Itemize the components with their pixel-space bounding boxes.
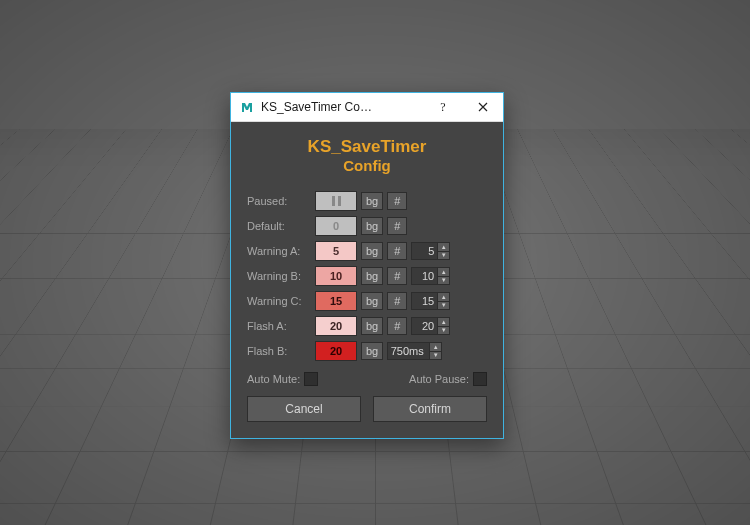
help-button[interactable]: ?: [423, 93, 463, 121]
row-warnA: Warning A:5bg#5▲▼: [247, 240, 487, 262]
heading: KS_SaveTimer Config: [247, 136, 487, 176]
row-flashB: Flash B:20bg750ms▲▼: [247, 340, 487, 362]
row-label: Warning A:: [247, 245, 311, 257]
spinner-down-icon[interactable]: ▼: [437, 302, 450, 311]
spinner-value[interactable]: 20: [411, 317, 437, 335]
row-label: Flash B:: [247, 345, 311, 357]
spinner-up-icon[interactable]: ▲: [429, 342, 442, 352]
row-label: Default:: [247, 220, 311, 232]
bg-button[interactable]: bg: [361, 267, 383, 285]
bg-button[interactable]: bg: [361, 192, 383, 210]
close-button[interactable]: [463, 93, 503, 121]
spinner-down-icon[interactable]: ▼: [437, 327, 450, 336]
footer-options: Auto Mute: Auto Pause:: [247, 372, 487, 386]
spinner-down-icon[interactable]: ▼: [437, 252, 450, 261]
spinner-value[interactable]: 5: [411, 242, 437, 260]
dialog-body: KS_SaveTimer Config Paused:bg#Default:0b…: [231, 122, 503, 438]
hash-button[interactable]: #: [387, 242, 407, 260]
auto-pause-label: Auto Pause:: [409, 373, 469, 385]
confirm-button[interactable]: Confirm: [373, 396, 487, 422]
hash-button[interactable]: #: [387, 317, 407, 335]
row-label: Warning B:: [247, 270, 311, 282]
config-dialog: KS_SaveTimer Co… ? KS_SaveTimer Config P…: [230, 92, 504, 439]
pause-icon: [332, 196, 341, 206]
bg-button[interactable]: bg: [361, 342, 383, 360]
maya-icon: [239, 99, 255, 115]
spinner-up-icon[interactable]: ▲: [437, 267, 450, 277]
bg-button[interactable]: bg: [361, 292, 383, 310]
svg-text:?: ?: [440, 100, 445, 114]
bg-button[interactable]: bg: [361, 317, 383, 335]
color-swatch[interactable]: [315, 191, 357, 211]
interval-spinner[interactable]: 750ms▲▼: [387, 342, 442, 360]
minutes-spinner[interactable]: 20▲▼: [411, 317, 450, 335]
minutes-spinner[interactable]: 15▲▼: [411, 292, 450, 310]
spinner-up-icon[interactable]: ▲: [437, 242, 450, 252]
spinner-up-icon[interactable]: ▲: [437, 317, 450, 327]
auto-pause-checkbox[interactable]: [473, 372, 487, 386]
titlebar[interactable]: KS_SaveTimer Co… ?: [231, 93, 503, 122]
heading-title: KS_SaveTimer: [247, 136, 487, 157]
auto-mute-label: Auto Mute:: [247, 373, 300, 385]
hash-button[interactable]: #: [387, 292, 407, 310]
color-swatch[interactable]: 10: [315, 266, 357, 286]
hash-button[interactable]: #: [387, 267, 407, 285]
row-label: Paused:: [247, 195, 311, 207]
row-flashA: Flash A:20bg#20▲▼: [247, 315, 487, 337]
row-paused: Paused:bg#: [247, 190, 487, 212]
spinner-value[interactable]: 15: [411, 292, 437, 310]
color-swatch[interactable]: 20: [315, 316, 357, 336]
heading-subtitle: Config: [247, 157, 487, 176]
minutes-spinner[interactable]: 10▲▼: [411, 267, 450, 285]
hash-button[interactable]: #: [387, 192, 407, 210]
spinner-down-icon[interactable]: ▼: [429, 352, 442, 361]
row-warnC: Warning C:15bg#15▲▼: [247, 290, 487, 312]
spinner-up-icon[interactable]: ▲: [437, 292, 450, 302]
spinner-down-icon[interactable]: ▼: [437, 277, 450, 286]
color-swatch[interactable]: 5: [315, 241, 357, 261]
button-row: Cancel Confirm: [247, 396, 487, 422]
minutes-spinner[interactable]: 5▲▼: [411, 242, 450, 260]
spinner-value[interactable]: 10: [411, 267, 437, 285]
auto-mute-checkbox[interactable]: [304, 372, 318, 386]
cancel-button[interactable]: Cancel: [247, 396, 361, 422]
row-label: Warning C:: [247, 295, 311, 307]
bg-button[interactable]: bg: [361, 217, 383, 235]
window-title: KS_SaveTimer Co…: [261, 100, 423, 114]
color-swatch[interactable]: 20: [315, 341, 357, 361]
row-label: Flash A:: [247, 320, 311, 332]
row-default: Default:0bg#: [247, 215, 487, 237]
spinner-value[interactable]: 750ms: [387, 342, 429, 360]
color-swatch[interactable]: 0: [315, 216, 357, 236]
hash-button[interactable]: #: [387, 217, 407, 235]
bg-button[interactable]: bg: [361, 242, 383, 260]
color-swatch[interactable]: 15: [315, 291, 357, 311]
row-warnB: Warning B:10bg#10▲▼: [247, 265, 487, 287]
